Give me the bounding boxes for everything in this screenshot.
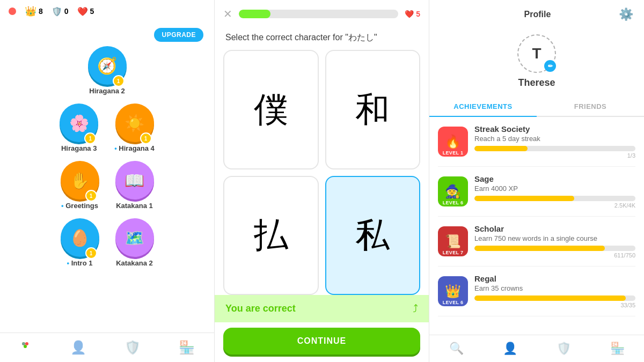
quiz-card-4[interactable]: 私 (325, 176, 421, 295)
avatar-edit-button[interactable]: ✏ (544, 60, 556, 72)
lesson-circle-hiragana3[interactable]: 🌸 1 (60, 104, 98, 142)
lesson-circle-intro1[interactable]: 🥚 1 (61, 218, 99, 257)
quiz-card-3[interactable]: 払 (223, 176, 319, 295)
bottom-nav-panel1: 👤 🛡️ 🏪 (0, 333, 214, 362)
upgrade-row: UPGRADE (11, 28, 203, 42)
lesson-circle-katakana1[interactable]: 📖 (115, 161, 154, 200)
hiragana4-icon: ☀️ (125, 114, 144, 132)
streak-badge: 🔥 LEVEL 1 (438, 127, 468, 157)
scholar-badge: 📜 LEVEL 7 (438, 226, 468, 256)
crown-badge-hiragana4: 1 (140, 132, 152, 144)
crown-icon: 👑 (25, 5, 36, 17)
course-header: 👑 8 🛡️ 0 ❤️ 5 (0, 0, 214, 23)
profile-bottom-nav: 🔍 👤 🛡️ 🏪 (429, 335, 644, 362)
avatar-letter: T (532, 45, 541, 62)
shield-count: 0 (64, 7, 69, 16)
char-3: 払 (254, 212, 288, 258)
heart-count-quiz: 5 (416, 10, 420, 18)
nav-home[interactable] (19, 339, 32, 356)
hiragana4-label: Hiragana 4 (114, 144, 155, 152)
lesson-circle-hiragana2[interactable]: 🧭 1 (88, 46, 127, 85)
sage-badge: 🧙 LEVEL 6 (438, 176, 468, 206)
lesson-row-ik2: 🥚 1 Intro 1 🗺️ Katakana 2 (61, 218, 154, 267)
lesson-circle-greetings[interactable]: ✋ 1 (61, 161, 99, 200)
streak-progress-fill (474, 146, 528, 151)
shop-nav-icon: 🏪 (610, 342, 625, 356)
hearts-display: ❤️ 5 (405, 10, 420, 18)
sage-level: LEVEL 6 (443, 200, 463, 205)
regal-desc: Earn 35 crowns (474, 284, 635, 292)
streak-badge-icon: 🔥 (445, 134, 461, 149)
nav-shop[interactable]: 🏪 (179, 340, 195, 355)
crown-stat: 👑 8 (25, 5, 43, 17)
lesson-item-hiragana2: 🧭 1 Hiragana 2 (88, 46, 127, 95)
course-map-panel: 👑 8 🛡️ 0 ❤️ 5 UPGRADE 🧭 1 Hiragana 2 (0, 0, 215, 362)
profile-nav-profile[interactable]: 👤 (503, 342, 517, 356)
intro1-icon: 🥚 (70, 228, 90, 247)
achievement-sage: 🧙 LEVEL 6 Sage Earn 4000 XP 2.5K/4K (438, 167, 635, 217)
quiz-card-2[interactable]: 和 (325, 50, 421, 169)
upgrade-button[interactable]: UPGRADE (154, 28, 203, 42)
quiz-panel: ✕ ❤️ 5 Select the correct character for … (215, 0, 429, 362)
progress-fill (239, 10, 270, 18)
sage-desc: Earn 4000 XP (474, 184, 635, 193)
nav-characters[interactable]: 👤 (70, 340, 86, 355)
profile-panel: Profile ⚙️ T ✏ Therese ACHIEVEMENTS FRIE… (429, 0, 644, 362)
regal-progress-fill (474, 295, 626, 301)
lesson-group-hiragana2: 🧭 1 Hiragana 2 (11, 46, 203, 98)
lesson-item-hiragana3: 🌸 1 Hiragana 3 (60, 104, 98, 152)
regal-name: Regal (474, 274, 635, 283)
shield-stat: 🛡️ 0 (52, 6, 69, 17)
profile-username: Therese (518, 77, 555, 88)
hiragana2-label: Hiragana 2 (89, 87, 125, 95)
lesson-circle-katakana2[interactable]: 🗺️ (115, 218, 154, 257)
scholar-desc: Learn 750 new words in a single course (474, 234, 635, 242)
svg-point-1 (22, 342, 25, 345)
scholar-progress-bg (474, 246, 635, 251)
tab-friends[interactable]: FRIENDS (537, 97, 644, 116)
close-dot[interactable] (9, 8, 16, 15)
quiz-grid: 僕 和 払 私 (215, 50, 429, 295)
correct-banner: You are correct ⤴ (215, 295, 429, 322)
avatar: T ✏ (517, 34, 556, 73)
regal-count: 33/35 (474, 302, 635, 308)
scholar-badge-icon: 📜 (445, 234, 461, 249)
tab-achievements[interactable]: ACHIEVEMENTS (429, 97, 537, 117)
streak-name: Streak Society (474, 124, 635, 134)
shield-icon: 🛡️ (52, 6, 62, 17)
streak-progress-bg (474, 146, 635, 151)
katakana1-icon: 📖 (125, 171, 144, 190)
settings-icon[interactable]: ⚙️ (619, 8, 633, 21)
lesson-item-katakana2: 🗺️ Katakana 2 (115, 218, 154, 267)
quiz-question: Select the correct character for "わたし" (215, 28, 429, 50)
scholar-info: Scholar Learn 750 new words in a single … (474, 224, 635, 258)
regal-badge-icon: 👑 (445, 284, 461, 299)
close-button[interactable]: ✕ (223, 8, 232, 20)
heart-count: 5 (90, 7, 94, 16)
hiragana2-icon: 🧭 (97, 56, 117, 75)
lesson-item-hiragana4: ☀️ 1 Hiragana 4 (114, 104, 155, 152)
profile-nav-search[interactable]: 🔍 (449, 342, 464, 356)
lesson-row-single: 🧭 1 Hiragana 2 (88, 46, 127, 95)
character-icon: 👤 (70, 340, 86, 355)
sage-count: 2.5K/4K (474, 202, 635, 209)
nav-shield[interactable]: 🛡️ (125, 340, 141, 355)
crown-badge-intro1: 1 (85, 247, 97, 259)
lesson-row-h3h4: 🌸 1 Hiragana 3 ☀️ 1 Hiragana 4 (60, 104, 155, 152)
sage-name: Sage (474, 174, 635, 183)
continue-button[interactable]: CONTINUE (223, 328, 420, 354)
quiz-card-1[interactable]: 僕 (223, 50, 319, 169)
scholar-count: 611/750 (474, 252, 635, 258)
sage-info: Sage Earn 4000 XP 2.5K/4K (474, 174, 635, 209)
profile-nav-shop[interactable]: 🏪 (610, 342, 625, 356)
heart-stat: ❤️ 5 (77, 6, 94, 17)
quiz-header: ✕ ❤️ 5 (215, 0, 429, 28)
heart-icon: ❤️ (77, 6, 88, 17)
profile-nav-shield[interactable]: 🛡️ (557, 342, 571, 356)
shield-nav2-icon: 🛡️ (557, 342, 571, 356)
lesson-item-greetings: ✋ 1 Greetings (61, 161, 99, 210)
lesson-circle-hiragana4[interactable]: ☀️ 1 (115, 104, 154, 142)
lesson-row-gk1: ✋ 1 Greetings 📖 Katakana 1 (61, 161, 154, 210)
search-nav-icon: 🔍 (449, 342, 464, 356)
share-icon[interactable]: ⤴ (413, 302, 418, 315)
